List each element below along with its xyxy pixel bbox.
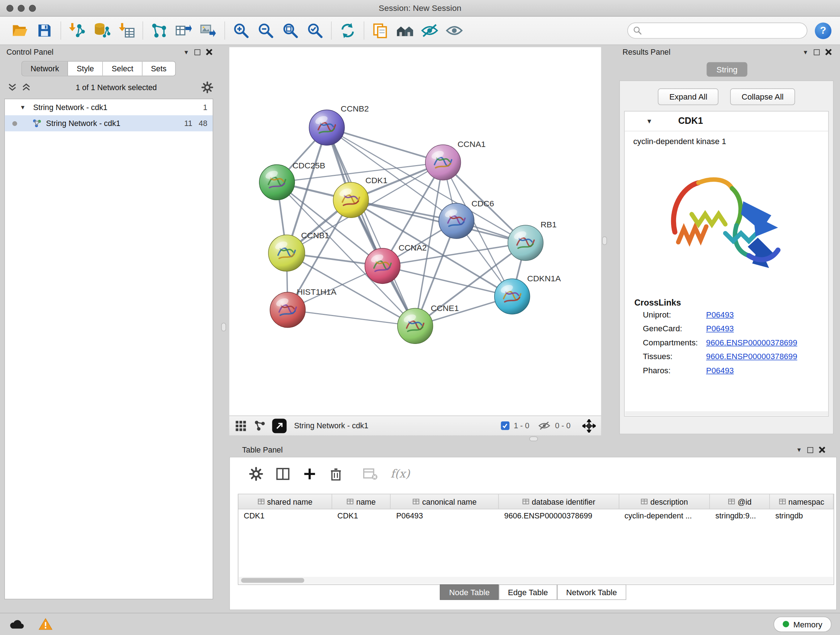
gear-icon[interactable] bbox=[202, 81, 213, 93]
network-node-cdc25b[interactable] bbox=[259, 165, 295, 200]
table-row[interactable]: CDK1CDK1P064939606.ENSP00000378699cyclin… bbox=[238, 509, 834, 524]
import-table-button[interactable] bbox=[114, 19, 139, 42]
warning-icon[interactable] bbox=[39, 618, 53, 631]
table-cell[interactable]: CDK1 bbox=[238, 509, 332, 524]
table-settings-gear-icon[interactable] bbox=[249, 467, 264, 481]
search-box[interactable] bbox=[627, 22, 807, 38]
network-row[interactable]: String Network - cdk1 11 48 bbox=[5, 115, 213, 131]
float-panel-icon[interactable] bbox=[813, 49, 819, 55]
pan-move-icon[interactable] bbox=[583, 419, 596, 432]
tab-sets[interactable]: Sets bbox=[142, 62, 175, 76]
network-node-ccne1[interactable] bbox=[398, 309, 433, 344]
expand-all-button[interactable]: Expand All bbox=[658, 88, 718, 105]
table-hscrollbar[interactable] bbox=[239, 577, 833, 584]
network-edge[interactable] bbox=[327, 127, 443, 162]
network-node-ccna1[interactable] bbox=[425, 145, 461, 180]
network-node-cdkn1a[interactable] bbox=[494, 279, 530, 314]
splitter-handle-left[interactable] bbox=[221, 323, 226, 332]
open-session-button[interactable] bbox=[8, 19, 32, 42]
export-image-button[interactable] bbox=[196, 19, 221, 42]
detach-view-button[interactable] bbox=[272, 418, 286, 433]
tab-edge-table[interactable]: Edge Table bbox=[499, 584, 557, 600]
collection-disclosure-icon[interactable]: ▼ bbox=[20, 104, 26, 111]
close-panel-icon[interactable] bbox=[819, 447, 825, 453]
expand-all-icon[interactable] bbox=[21, 82, 31, 92]
crosslink-link[interactable]: 9606.ENSP00000378699 bbox=[706, 338, 797, 347]
hide-unhide-button[interactable] bbox=[417, 19, 442, 42]
selected-checkbox-icon[interactable] bbox=[501, 421, 510, 430]
network-graph[interactable]: CCNB2CCNA1CDC25BCDK1CDC6RB1CCNB1CCNA2CDK… bbox=[229, 47, 601, 415]
add-column-icon[interactable] bbox=[303, 467, 317, 481]
show-columns-icon[interactable] bbox=[276, 467, 290, 481]
float-panel-icon[interactable] bbox=[807, 447, 813, 453]
collapse-panel-icon[interactable]: ▼ bbox=[183, 49, 189, 55]
tab-node-table[interactable]: Node Table bbox=[440, 584, 499, 600]
import-network-from-database-button[interactable] bbox=[89, 19, 114, 42]
tab-network[interactable]: Network bbox=[22, 62, 68, 76]
home-button[interactable] bbox=[393, 19, 417, 42]
zoom-in-button[interactable] bbox=[229, 19, 253, 42]
help-button[interactable]: ? bbox=[815, 22, 831, 39]
tab-select[interactable]: Select bbox=[103, 62, 142, 76]
network-node-rb1[interactable] bbox=[508, 225, 543, 261]
crosslink-link[interactable]: 9606.ENSP00000378699 bbox=[706, 352, 797, 361]
close-panel-icon[interactable] bbox=[825, 49, 832, 55]
network-node-cdk1[interactable] bbox=[333, 182, 369, 218]
refresh-button[interactable] bbox=[335, 19, 360, 42]
network-from-selection-button[interactable] bbox=[147, 19, 172, 42]
zoom-selected-button[interactable] bbox=[303, 19, 327, 42]
column-header-name[interactable]: name bbox=[332, 494, 391, 509]
tab-string[interactable]: String bbox=[707, 62, 747, 77]
zoom-out-button[interactable] bbox=[253, 19, 278, 42]
cloud-icon[interactable] bbox=[9, 618, 25, 631]
collapse-panel-icon[interactable]: ▼ bbox=[796, 447, 802, 453]
memory-button[interactable]: Memory bbox=[774, 616, 831, 632]
show-hide-panel-button[interactable] bbox=[442, 19, 467, 42]
table-cell[interactable]: 9606.ENSP00000378699 bbox=[499, 509, 619, 524]
collapse-panel-icon[interactable]: ▼ bbox=[803, 49, 808, 55]
table-cell[interactable]: cyclin-dependent ... bbox=[619, 509, 710, 524]
network-node-ccnb2[interactable] bbox=[309, 110, 344, 146]
column-header-database-identifier[interactable]: database identifier bbox=[499, 494, 619, 509]
crosslink-link[interactable]: P06493 bbox=[706, 366, 734, 375]
network-node-ccnb1[interactable] bbox=[268, 235, 305, 272]
collapse-all-button[interactable]: Collapse All bbox=[730, 88, 795, 105]
gene-disclosure-icon[interactable]: ▼ bbox=[646, 117, 653, 125]
export-network-button[interactable] bbox=[172, 19, 196, 42]
column-header-shared-name[interactable]: shared name bbox=[238, 494, 332, 509]
import-network-from-file-button[interactable] bbox=[65, 19, 89, 42]
network-edge[interactable] bbox=[351, 200, 526, 242]
table-cell[interactable]: CDK1 bbox=[332, 509, 391, 524]
crosslink-link[interactable]: P06493 bbox=[706, 324, 734, 333]
column-header--id[interactable]: @id bbox=[710, 494, 770, 509]
table-cell[interactable]: stringdb bbox=[770, 509, 834, 524]
splitter-handle-bottom[interactable] bbox=[529, 436, 538, 441]
delete-column-icon[interactable] bbox=[330, 467, 343, 481]
network-node-hist1h1a[interactable] bbox=[270, 292, 305, 328]
network-view-mode-icon[interactable] bbox=[254, 420, 266, 432]
tab-style[interactable]: Style bbox=[68, 62, 103, 76]
clone-network-button[interactable] bbox=[368, 19, 393, 42]
crosslink-link[interactable]: P06493 bbox=[706, 310, 734, 319]
table-cell[interactable]: P06493 bbox=[391, 509, 499, 524]
network-node-cdc6[interactable] bbox=[439, 203, 474, 239]
table-cell[interactable]: stringdb:9... bbox=[710, 509, 770, 524]
column-header-description[interactable]: description bbox=[619, 494, 710, 509]
network-canvas[interactable]: CCNB2CCNA1CDC25BCDK1CDC6RB1CCNB1CCNA2CDK… bbox=[229, 47, 601, 415]
float-panel-icon[interactable] bbox=[195, 49, 201, 55]
results-hscrollbar[interactable] bbox=[625, 411, 829, 416]
grid-view-icon[interactable] bbox=[235, 420, 247, 432]
column-header-namespac[interactable]: namespac bbox=[770, 494, 834, 509]
network-edge[interactable] bbox=[287, 310, 415, 326]
zoom-fit-button[interactable] bbox=[278, 19, 303, 42]
save-session-button[interactable] bbox=[32, 19, 57, 42]
column-header-canonical-name[interactable]: canonical name bbox=[391, 494, 499, 509]
search-input[interactable] bbox=[642, 26, 801, 35]
network-node-ccna2[interactable] bbox=[365, 249, 400, 284]
close-panel-icon[interactable] bbox=[206, 49, 212, 55]
splitter-handle-right[interactable] bbox=[602, 236, 607, 245]
network-collection-row[interactable]: ▼ String Network - cdk1 1 bbox=[5, 99, 213, 115]
table-hscrollbar-thumb[interactable] bbox=[241, 578, 304, 583]
collapse-all-icon[interactable] bbox=[8, 82, 17, 92]
network-edge[interactable] bbox=[327, 127, 415, 326]
